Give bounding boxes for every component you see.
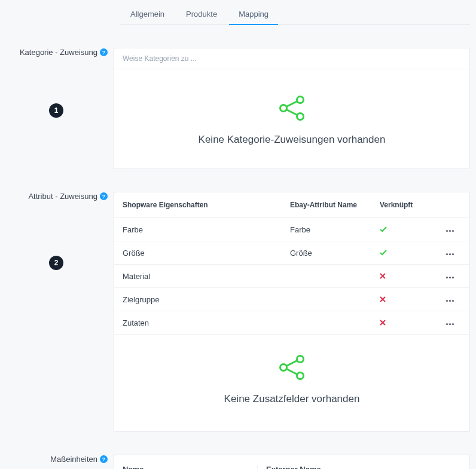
section-units: Maßeinheiten ? 3 Name Externer Name Kilo… bbox=[6, 455, 470, 469]
attribute-panel: Shopware Eigenschaften Ebay-Attribut Nam… bbox=[114, 192, 470, 432]
table-row: Zielgruppe bbox=[114, 288, 469, 311]
svg-point-1 bbox=[280, 105, 287, 112]
attribute-empty-state: Keine Zusatzfelder vorhanden bbox=[114, 335, 469, 431]
svg-point-2 bbox=[297, 114, 304, 120]
tab-general[interactable]: Allgemein bbox=[120, 5, 175, 24]
header-ebay: Ebay-Attribut Name bbox=[290, 201, 380, 209]
attribute-empty-title: Keine Zusatzfelder vorhanden bbox=[126, 393, 457, 405]
svg-point-7 bbox=[297, 373, 304, 379]
header-unit-name: Name bbox=[123, 465, 257, 469]
table-row: Material bbox=[114, 265, 469, 288]
step-badge-2: 2 bbox=[49, 256, 63, 270]
help-icon[interactable]: ? bbox=[100, 192, 108, 200]
category-empty-title: Keine Kategorie-Zuweisungen vorhanden bbox=[126, 134, 457, 146]
svg-line-9 bbox=[286, 369, 297, 375]
cell-shopware: Zutaten bbox=[123, 318, 290, 327]
table-row: Größe Größe bbox=[114, 241, 469, 265]
cell-shopware: Farbe bbox=[123, 225, 290, 234]
help-icon[interactable]: ? bbox=[100, 48, 108, 56]
cell-ebay: Farbe bbox=[290, 225, 380, 234]
header-linked: Verknüpft bbox=[380, 201, 434, 209]
row-actions-button[interactable] bbox=[444, 298, 456, 304]
category-search-input[interactable]: Weise Kategorien zu ... bbox=[114, 48, 469, 69]
units-panel: Name Externer Name Kilogramm Kg bbox=[114, 455, 470, 469]
x-icon bbox=[380, 320, 386, 326]
x-icon bbox=[380, 273, 386, 279]
tab-mapping[interactable]: Mapping bbox=[228, 5, 279, 24]
section-category: Kategorie - Zuweisung ? 1 Weise Kategori… bbox=[6, 48, 470, 169]
header-unit-external: Externer Name bbox=[257, 465, 431, 469]
svg-point-5 bbox=[297, 356, 304, 363]
row-actions-button[interactable] bbox=[444, 228, 456, 234]
cell-shopware: Zielgruppe bbox=[123, 295, 290, 304]
tab-products[interactable]: Produkte bbox=[175, 5, 228, 24]
cell-shopware: Material bbox=[123, 272, 290, 281]
table-row: Farbe Farbe bbox=[114, 218, 469, 241]
units-table-header: Name Externer Name bbox=[114, 455, 469, 469]
row-actions-button[interactable] bbox=[444, 251, 456, 258]
units-label: Maßeinheiten bbox=[50, 455, 97, 464]
row-actions-button[interactable] bbox=[444, 274, 456, 281]
svg-point-6 bbox=[280, 364, 287, 371]
section-attribute: Attribut - Zuweisung ? 2 Shopware Eigens… bbox=[6, 192, 470, 432]
cell-shopware: Größe bbox=[123, 249, 290, 258]
share-icon bbox=[278, 355, 306, 380]
x-icon bbox=[380, 296, 386, 302]
svg-line-4 bbox=[286, 110, 297, 115]
header-shopware: Shopware Eigenschaften bbox=[123, 201, 290, 209]
check-icon bbox=[380, 226, 387, 232]
attribute-label: Attribut - Zuweisung bbox=[28, 192, 97, 201]
category-panel: Weise Kategorien zu ... Keine Kategorie-… bbox=[114, 48, 470, 169]
share-icon bbox=[278, 96, 306, 121]
step-badge-1: 1 bbox=[49, 103, 63, 118]
table-row: Zutaten bbox=[114, 311, 469, 335]
attribute-table-header: Shopware Eigenschaften Ebay-Attribut Nam… bbox=[114, 192, 469, 218]
check-icon bbox=[380, 250, 387, 256]
svg-point-0 bbox=[297, 97, 304, 103]
help-icon[interactable]: ? bbox=[100, 455, 108, 463]
svg-line-8 bbox=[286, 361, 297, 366]
category-empty-state: Keine Kategorie-Zuweisungen vorhanden bbox=[114, 69, 469, 168]
tabs-bar: Allgemein Produkte Mapping bbox=[120, 0, 470, 25]
row-actions-button[interactable] bbox=[444, 321, 456, 327]
svg-line-3 bbox=[286, 102, 297, 107]
category-label: Kategorie - Zuweisung bbox=[20, 48, 97, 57]
cell-ebay: Größe bbox=[290, 249, 380, 258]
